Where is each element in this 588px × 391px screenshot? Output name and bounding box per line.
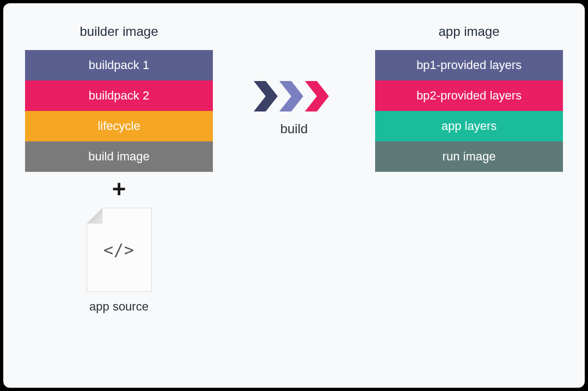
builder-image-title: builder image <box>79 24 158 39</box>
layer-buildpack-1: buildpack 1 <box>25 50 213 80</box>
layer-app-layers: app layers <box>375 111 563 141</box>
svg-marker-1 <box>279 81 303 111</box>
chevron-icon-3 <box>305 81 335 111</box>
app-image-stack: bp1-provided layers bp2-provided layers … <box>375 50 563 172</box>
diagram-row: builder image buildpack 1 buildpack 2 li… <box>25 24 563 314</box>
diagram-canvas: builder image buildpack 1 buildpack 2 li… <box>3 3 585 388</box>
build-label: build <box>280 121 308 136</box>
builder-image-stack: buildpack 1 buildpack 2 lifecycle build … <box>25 50 213 172</box>
app-source-document-icon: </> <box>87 208 152 292</box>
build-arrow-column: build <box>213 24 375 136</box>
builder-image-column: builder image buildpack 1 buildpack 2 li… <box>25 24 213 314</box>
svg-marker-0 <box>254 81 278 111</box>
svg-marker-2 <box>305 81 329 111</box>
layer-lifecycle: lifecycle <box>25 111 213 141</box>
chevron-arrows-icon <box>254 81 335 111</box>
plus-icon: + <box>112 177 126 201</box>
app-image-title: app image <box>438 24 499 39</box>
app-image-column: app image bp1-provided layers bp2-provid… <box>375 24 563 172</box>
app-source-label: app source <box>89 300 149 314</box>
document-fold-corner <box>87 208 102 224</box>
layer-buildpack-2: buildpack 2 <box>25 80 213 111</box>
layer-bp1-provided: bp1-provided layers <box>375 50 563 80</box>
code-glyph: </> <box>103 240 134 259</box>
layer-build-image: build image <box>25 141 213 172</box>
layer-bp2-provided: bp2-provided layers <box>375 80 563 111</box>
layer-run-image: run image <box>375 141 563 172</box>
